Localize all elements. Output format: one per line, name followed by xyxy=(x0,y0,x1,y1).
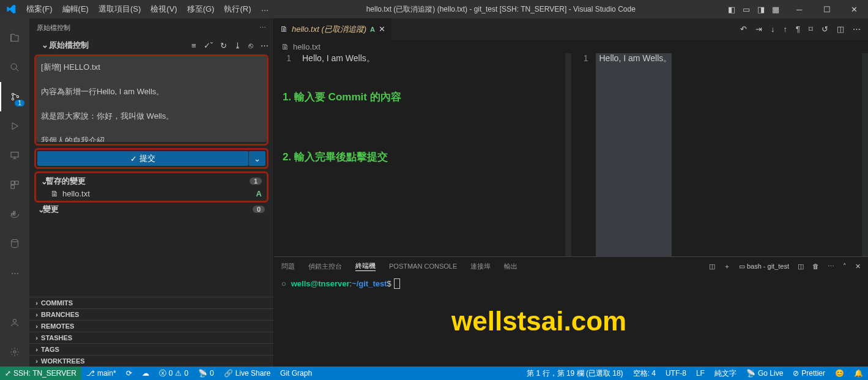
section-worktrees[interactable]: › WORKTREES xyxy=(29,355,273,367)
search-icon[interactable] xyxy=(0,53,29,82)
toggle-panel-bottom-icon[interactable]: ▭ xyxy=(743,5,750,14)
window-title: hello.txt (已取消追蹤) (hello.txt) - git_test… xyxy=(273,4,728,15)
commit-action-icon[interactable]: ✓ˇ xyxy=(204,41,213,50)
language-mode[interactable]: 純文字 xyxy=(710,368,741,379)
feedback-icon[interactable]: 😊 xyxy=(830,369,849,378)
ports-status[interactable]: 📡 0 xyxy=(193,369,219,378)
commit-message-input[interactable] xyxy=(36,56,267,142)
editor-tab[interactable]: 🗎 hello.txt (已取消追蹤) A ✕ xyxy=(274,18,392,40)
indentation[interactable]: 空格: 4 xyxy=(628,368,661,379)
scrollbar[interactable] xyxy=(565,53,571,256)
staged-count-badge: 1 xyxy=(250,177,262,185)
code-content-right[interactable]: Hello, I am Wells。 xyxy=(596,53,672,256)
next-change-icon[interactable]: ↓ xyxy=(771,24,775,34)
split-terminal-icon[interactable]: ◫ xyxy=(709,263,715,270)
vscode-logo-icon xyxy=(0,4,21,14)
maximize-panel-icon[interactable]: ˄ xyxy=(843,263,847,270)
run-debug-icon[interactable] xyxy=(0,111,29,141)
scm-provider-label[interactable]: 原始檔控制 xyxy=(49,40,89,50)
scrollbar[interactable] xyxy=(862,53,868,256)
prettier-status[interactable]: ⊘ Prettier xyxy=(788,369,830,378)
panel-tab-problems[interactable]: 問題 xyxy=(281,262,295,271)
sidebar-more-icon[interactable]: ⋯ xyxy=(259,24,266,32)
menu-more[interactable]: … xyxy=(256,4,273,15)
section-tags[interactable]: › TAGS xyxy=(29,343,273,355)
prev-change-icon[interactable]: ↑ xyxy=(784,24,788,34)
menu-view[interactable]: 檢視(V) xyxy=(146,4,182,15)
close-panel-icon[interactable]: ✕ xyxy=(855,263,861,270)
toggle-panel-left-icon[interactable]: ◧ xyxy=(728,5,735,14)
pull-icon[interactable]: ⤓ xyxy=(234,41,241,50)
svg-point-2 xyxy=(12,98,13,100)
menu-edit[interactable]: 編輯(E) xyxy=(57,4,94,15)
eol[interactable]: LF xyxy=(691,369,710,378)
tab-status: A xyxy=(370,26,375,33)
problems-status[interactable]: ⓧ 0 ⚠ 0 xyxy=(154,368,193,379)
refresh-icon[interactable]: ↻ xyxy=(220,41,227,50)
svg-point-0 xyxy=(11,64,17,69)
staged-file-row[interactable]: 🗎 hello.txt A xyxy=(36,188,267,199)
panel-more-icon[interactable]: ⋯ xyxy=(828,263,834,270)
git-graph-status[interactable]: Git Graph xyxy=(275,369,317,378)
staged-changes-header[interactable]: 暫存的變更 xyxy=(46,176,86,187)
breadcrumbs[interactable]: 🗎 hello.txt xyxy=(274,40,868,53)
panel-tab-output[interactable]: 輸出 xyxy=(504,262,517,271)
commit-button[interactable]: ✓ 提交 xyxy=(37,151,248,166)
new-terminal-icon[interactable]: ＋ xyxy=(724,262,730,271)
remote-explorer-icon[interactable] xyxy=(0,141,29,170)
panel-tab-postman[interactable]: POSTMAN CONSOLE xyxy=(389,263,457,270)
remote-indicator[interactable]: ⤢ SSH: TN_SERVER xyxy=(0,367,81,380)
editor-more-icon[interactable]: ⋯ xyxy=(853,24,861,34)
open-file-icon[interactable]: ⌑ xyxy=(809,24,813,34)
menu-go[interactable]: 移至(G) xyxy=(182,4,220,15)
minimize-button[interactable]: ─ xyxy=(785,0,813,18)
more-views-icon[interactable]: ⋯ xyxy=(0,258,29,288)
close-tab-icon[interactable]: ✕ xyxy=(379,24,385,34)
go-back-icon[interactable]: ↶ xyxy=(740,24,747,34)
git-branch[interactable]: ⎇main* xyxy=(81,369,121,378)
toggle-panel-right-icon[interactable]: ◨ xyxy=(757,5,765,14)
view-as-tree-icon[interactable]: ≡ xyxy=(191,41,196,50)
split-pane-icon[interactable]: ◫ xyxy=(798,263,804,270)
menu-run[interactable]: 執行(R) xyxy=(219,4,256,15)
menu-selection[interactable]: 選取項目(S) xyxy=(94,4,146,15)
section-stashes[interactable]: › STASHES xyxy=(29,332,273,343)
extensions-icon[interactable] xyxy=(0,170,29,199)
section-commits[interactable]: › COMMITS xyxy=(29,297,273,308)
settings-gear-icon[interactable] xyxy=(0,337,29,367)
live-share[interactable]: 🔗 Live Share xyxy=(219,369,275,378)
changes-header[interactable]: 變更 xyxy=(43,204,59,215)
revert-icon[interactable]: ↺ xyxy=(822,24,828,34)
svg-point-3 xyxy=(17,95,18,97)
explorer-icon[interactable] xyxy=(0,23,29,53)
section-remotes[interactable]: › REMOTES xyxy=(29,320,273,332)
section-branches[interactable]: › BRANCHES xyxy=(29,308,273,320)
toggle-whitespace-icon[interactable]: ¶ xyxy=(796,24,800,34)
kill-terminal-icon[interactable]: 🗑 xyxy=(812,263,819,270)
go-live[interactable]: 📡 Go Live xyxy=(741,369,788,378)
cloud-icon[interactable]: ☁ xyxy=(137,369,154,378)
sync-button[interactable]: ⟳ xyxy=(121,369,137,378)
sidebar-title: 原始檔控制 xyxy=(37,23,70,32)
maximize-button[interactable]: ☐ xyxy=(813,0,840,18)
source-control-icon[interactable]: 1 xyxy=(0,82,29,111)
docker-icon[interactable] xyxy=(0,199,29,229)
encoding[interactable]: UTF-8 xyxy=(661,369,691,378)
customize-layout-icon[interactable]: ▦ xyxy=(772,5,779,14)
panel-tab-debug[interactable]: 偵錯主控台 xyxy=(308,262,342,271)
database-icon[interactable] xyxy=(0,229,29,258)
menu-file[interactable]: 檔案(F) xyxy=(21,4,57,15)
panel-tab-ports[interactable]: 連接埠 xyxy=(470,262,491,271)
panel-tab-terminal[interactable]: 終端機 xyxy=(355,261,376,271)
open-changes-icon[interactable]: ⇥ xyxy=(755,24,762,34)
commit-dropdown[interactable]: ⌄ xyxy=(248,151,265,166)
split-editor-icon[interactable]: ◫ xyxy=(837,24,844,34)
notifications-icon[interactable]: 🔔 xyxy=(849,369,868,378)
graph-icon[interactable]: ⎋ xyxy=(248,41,253,50)
close-window-button[interactable]: ✕ xyxy=(840,0,868,18)
scm-more-icon[interactable]: ⋯ xyxy=(261,41,269,50)
account-icon[interactable] xyxy=(0,308,29,337)
terminal-name[interactable]: ▭ bash - git_test xyxy=(739,263,789,270)
file-status-badge: A xyxy=(256,189,262,198)
cursor-position[interactable]: 第 1 行，第 19 欄 (已選取 18) xyxy=(522,368,628,379)
